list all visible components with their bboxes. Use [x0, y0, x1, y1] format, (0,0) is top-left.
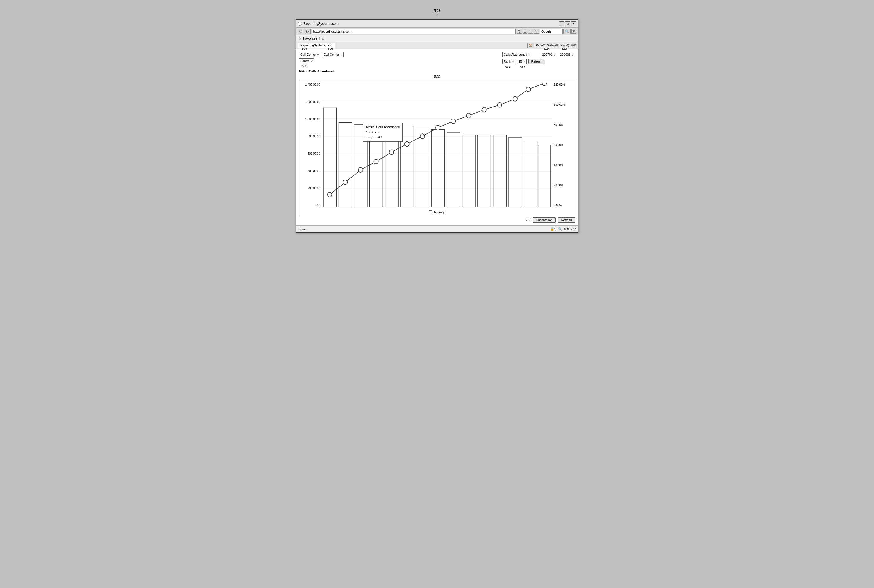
minimize-button[interactable]: _ — [559, 21, 564, 26]
svg-rect-20 — [508, 138, 522, 207]
svg-point-25 — [358, 167, 363, 172]
address-input[interactable] — [312, 28, 516, 34]
search-dropdown-btn[interactable]: ▽ — [571, 29, 576, 34]
browser-icon — [298, 22, 302, 26]
tab-bar: ReportingSystems.com 🏠 Page▽ Safety▽ Too… — [296, 42, 578, 49]
dropdown-call-center-2-value: Call Center — [324, 53, 339, 56]
lock-icon: 🔒▽ — [550, 227, 556, 231]
count-arrow-icon: ▽ — [523, 60, 525, 63]
count-value: 15 — [519, 60, 522, 63]
rank-value: Rank — [504, 60, 511, 63]
addr-circle-btn[interactable]: ○ — [528, 29, 533, 34]
chart-container: 1,400,00.00 1,200,00.00 1,000,00.00 800,… — [299, 80, 575, 216]
dropdown-count[interactable]: 15 ▽ — [517, 59, 526, 64]
svg-point-30 — [436, 125, 440, 130]
metric-label: Metric Calls Abandoned — [299, 70, 334, 73]
svg-point-34 — [497, 103, 502, 108]
refresh-top-button[interactable]: Refresh — [528, 59, 546, 64]
dropdown-calls-abandoned[interactable]: Calls Abandoned ▽ — [502, 52, 539, 57]
tab-tools-menu[interactable]: Tools▽ — [560, 44, 570, 47]
legend-box-icon — [429, 210, 432, 214]
favorites-separator: | — [319, 36, 319, 40]
addr-tab-btn[interactable]: □ — [523, 29, 528, 34]
annotation-501-label: 501 — [433, 9, 440, 13]
svg-rect-15 — [431, 129, 445, 207]
calls-abandoned-arrow-icon: ▽ — [528, 53, 530, 56]
svg-point-27 — [389, 150, 394, 155]
favorites-add-icon[interactable]: ☆ — [321, 36, 325, 41]
dropdown-chart-type[interactable]: Pareto ▽ — [299, 58, 314, 63]
svg-point-26 — [374, 159, 378, 164]
favorites-label: Favorites — [303, 36, 317, 40]
svg-rect-14 — [416, 128, 429, 207]
dropdown-call-center-1[interactable]: Call Center ▽ — [299, 52, 321, 57]
tab-home-icon[interactable]: 🏠 — [527, 43, 534, 48]
svg-rect-22 — [538, 145, 550, 207]
dropdown-arrow-icon: ▽ — [317, 53, 319, 56]
y-axis-right: 120.00% 100.00% 80.00% 60.00% 40.00% 20.… — [553, 83, 575, 207]
calls-abandoned-value: Calls Abandoned — [504, 53, 527, 56]
addr-close-btn[interactable]: ✕ — [534, 29, 539, 34]
svg-point-23 — [328, 192, 332, 197]
annotation-518: 518 — [525, 218, 530, 222]
chart-tooltip: Metric: Calls Abandoned 1 - Boston 738,1… — [363, 123, 403, 142]
svg-point-33 — [482, 108, 487, 112]
back-button[interactable]: ◁ — [298, 29, 303, 34]
close-button[interactable]: ✕ — [571, 21, 576, 26]
restore-button[interactable]: □ — [565, 21, 570, 26]
addr-dropdown-btn[interactable]: ▽ — [517, 29, 522, 34]
annotation-514: 514 — [505, 65, 510, 69]
dropdown-date-from[interactable]: 200701 ▽ — [541, 52, 557, 57]
chart-type-value: Pareto — [300, 59, 309, 63]
dropdown-call-center-1-value: Call Center — [300, 53, 316, 56]
annotation-512: 512 — [561, 47, 567, 50]
date-to-arrow-icon: ▽ — [572, 53, 574, 56]
annotation-510: 510 — [544, 47, 549, 50]
date-from-arrow-icon: ▽ — [553, 53, 556, 56]
svg-rect-19 — [493, 135, 507, 207]
svg-rect-9 — [339, 123, 352, 207]
search-button[interactable]: 🔍 — [564, 29, 571, 34]
browser-title: ReportingSystems.com — [303, 22, 339, 26]
y-axis-left: 1,400,00.00 1,200,00.00 1,000,00.00 800,… — [299, 83, 321, 207]
refresh-bottom-button[interactable]: Refresh — [558, 218, 575, 223]
svg-point-32 — [466, 113, 471, 118]
tooltip-line1: Metric: Calls Abandoned — [366, 125, 400, 130]
status-text: Done — [298, 227, 306, 231]
tab-safety-menu[interactable]: Safety▽ — [547, 44, 558, 47]
title-bar: ReportingSystems.com _ □ ✕ — [296, 20, 578, 28]
zoom-dropdown-icon[interactable]: ▽ — [573, 227, 576, 231]
chart-type-arrow-icon: ▽ — [310, 59, 313, 62]
address-bar: ◁ ▷ ▽ □ ○ ✕ Google 🔍 ▽ — [296, 28, 578, 35]
annotation-501-arrow: ↑ — [436, 13, 438, 18]
svg-point-31 — [451, 119, 456, 124]
google-search-box[interactable]: Google — [540, 28, 562, 34]
dropdown-rank[interactable]: Rank ▽ — [502, 59, 516, 64]
right-controls: 508 Calls Abandoned ▽ 510 200701 ▽ — [502, 52, 575, 64]
dropdown-date-to[interactable]: 200906 ▽ — [559, 52, 575, 57]
forward-button[interactable]: ▷ — [304, 29, 310, 34]
chart-plot: Metric: Calls Abandoned 1 - Boston 738,1… — [322, 83, 552, 207]
status-bar: Done 🔒▽ 🔍 100% ▽ — [296, 225, 578, 232]
favorites-star-icon[interactable]: ☆ — [298, 36, 301, 41]
browser-window: ReportingSystems.com _ □ ✕ ◁ ▷ ▽ □ ○ ✕ G… — [295, 19, 579, 233]
dropdown2-arrow-icon: ▽ — [340, 53, 342, 56]
tooltip-line3: 738,186.00 — [366, 135, 400, 140]
annotation-506: 506 — [328, 47, 333, 50]
observation-button[interactable]: Observation — [532, 218, 556, 223]
zoom-icon: 🔍 — [558, 227, 562, 231]
date-to-value: 200906 — [560, 53, 571, 56]
svg-rect-17 — [462, 135, 475, 207]
dropdown-call-center-2[interactable]: Call Center ▽ — [322, 52, 344, 57]
tab-help-menu[interactable]: ①▽ — [571, 44, 576, 47]
annotation-502: 502 — [302, 64, 307, 68]
tooltip-line2: 1 - Boston — [366, 130, 400, 135]
tab-page-menu[interactable]: Page▽ — [536, 44, 545, 47]
content-area: 504 Call Center ▽ 506 Call Center ▽ — [296, 49, 578, 225]
google-label: Google — [541, 30, 551, 33]
annotation-504: 504 — [302, 47, 307, 50]
annotation-516: 516 — [520, 65, 525, 69]
svg-point-28 — [405, 141, 409, 146]
zoom-level: 100% — [564, 227, 572, 231]
chart-svg — [322, 83, 552, 207]
